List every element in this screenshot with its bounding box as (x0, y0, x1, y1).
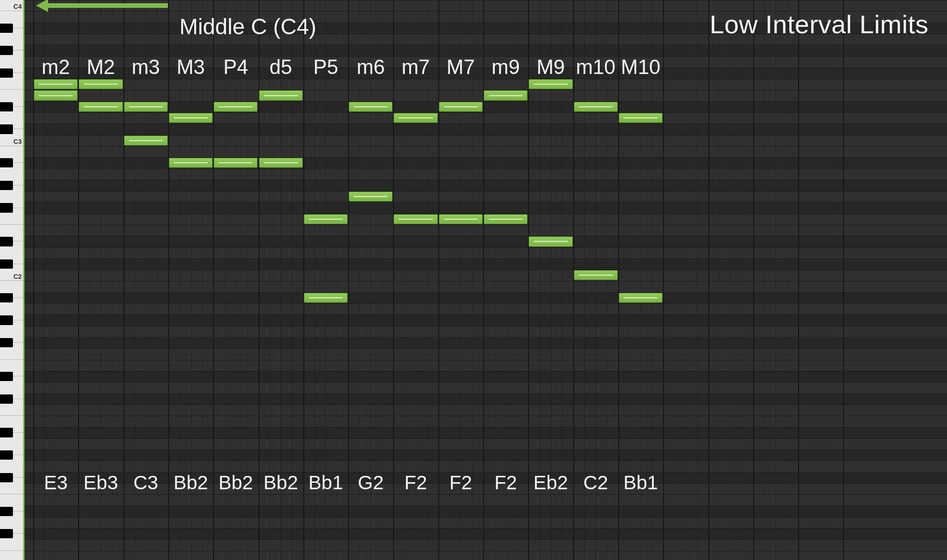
grid-row (23, 382, 947, 393)
midi-note[interactable] (214, 158, 258, 168)
low-note-label: Bb2 (213, 472, 258, 494)
low-note-label: F2 (483, 472, 528, 494)
interval-label: M10 (618, 55, 663, 79)
midi-note[interactable] (34, 79, 78, 89)
interval-label: m3 (123, 55, 168, 79)
grid-row (23, 180, 947, 191)
black-key[interactable] (0, 46, 13, 55)
grid-row (23, 337, 947, 348)
midi-note[interactable] (529, 79, 572, 89)
grid-row (23, 123, 947, 135)
low-note-label: Eb3 (78, 472, 123, 494)
interval-label: m9 (483, 55, 528, 79)
midi-note[interactable] (439, 214, 483, 224)
grid-row (23, 146, 947, 157)
grid-row (23, 169, 947, 180)
midi-note[interactable] (259, 90, 303, 100)
black-key[interactable] (0, 315, 13, 325)
midi-note[interactable] (574, 270, 618, 280)
grid-row (23, 281, 947, 292)
midi-note[interactable] (79, 79, 123, 89)
midi-note[interactable] (484, 90, 528, 100)
black-key[interactable] (0, 529, 13, 538)
midi-note[interactable] (304, 293, 348, 303)
midi-note[interactable] (439, 102, 483, 112)
black-key[interactable] (0, 158, 13, 167)
black-key[interactable] (0, 181, 13, 190)
grid-row (23, 247, 947, 258)
midi-note[interactable] (349, 102, 393, 112)
black-key[interactable] (0, 102, 13, 111)
black-key[interactable] (0, 24, 13, 33)
interval-label: M9 (528, 55, 573, 79)
grid-row (23, 270, 947, 281)
piano-keyboard[interactable]: C4C3C2 (0, 0, 23, 560)
grid-row (23, 506, 947, 517)
low-note-label: C3 (123, 472, 168, 494)
black-key[interactable] (0, 428, 13, 437)
low-note-label: Bb1 (618, 472, 663, 494)
black-key[interactable] (0, 124, 13, 134)
grid-row (23, 371, 947, 382)
grid-row (23, 326, 947, 337)
low-note-label: E3 (33, 472, 78, 494)
midi-note[interactable] (214, 102, 258, 112)
grid-row (23, 360, 947, 371)
midi-note[interactable] (394, 214, 437, 224)
grid-row (23, 517, 947, 528)
grid-row (23, 416, 947, 427)
middle-c-label: Middle C (C4) (179, 14, 316, 39)
midi-note[interactable] (574, 102, 618, 112)
midi-note[interactable] (349, 191, 393, 202)
midi-note[interactable] (259, 158, 303, 168)
black-key[interactable] (0, 372, 13, 381)
grid-row (23, 449, 947, 461)
midi-note[interactable] (619, 293, 663, 303)
grid-row (23, 394, 947, 405)
grid-row (23, 427, 947, 438)
low-note-label: Eb2 (528, 472, 573, 494)
grid-row (23, 258, 947, 270)
midi-note[interactable] (34, 90, 78, 100)
black-key[interactable] (0, 507, 13, 516)
black-key[interactable] (0, 259, 13, 269)
interval-label: m6 (348, 55, 393, 79)
midi-note[interactable] (79, 102, 123, 112)
interval-label: m2 (33, 55, 78, 79)
black-key[interactable] (0, 237, 13, 246)
grid-row (23, 494, 947, 505)
midi-note[interactable] (619, 113, 663, 123)
grid-row (23, 292, 947, 303)
midi-note[interactable] (124, 135, 168, 146)
midi-note[interactable] (304, 214, 348, 224)
black-key[interactable] (0, 293, 13, 302)
interval-label: P5 (303, 55, 348, 79)
grid-row (23, 528, 947, 539)
grid-row (23, 45, 947, 56)
midi-note[interactable] (124, 102, 168, 112)
midi-note[interactable] (394, 113, 437, 123)
interval-label: M3 (168, 55, 213, 79)
key-label: C2 (13, 273, 22, 560)
black-key[interactable] (0, 338, 13, 347)
grid-row (23, 202, 947, 213)
black-key[interactable] (0, 450, 13, 460)
grid-row (23, 79, 947, 90)
low-note-label: F2 (438, 472, 483, 494)
midi-note[interactable] (169, 113, 213, 123)
middle-c-arrow-icon (36, 0, 168, 12)
black-key[interactable] (0, 68, 13, 78)
black-key[interactable] (0, 473, 13, 482)
midi-note[interactable] (484, 214, 528, 224)
interval-label: M2 (78, 55, 123, 79)
interval-label: m10 (573, 55, 618, 79)
grid-row (23, 303, 947, 314)
interval-label: P4 (213, 55, 258, 79)
midi-note[interactable] (169, 158, 213, 168)
midi-note[interactable] (529, 236, 572, 246)
grid-row (23, 438, 947, 449)
black-key[interactable] (0, 203, 13, 212)
black-key[interactable] (0, 394, 13, 404)
grid-row (23, 405, 947, 416)
grid-row (23, 539, 947, 550)
